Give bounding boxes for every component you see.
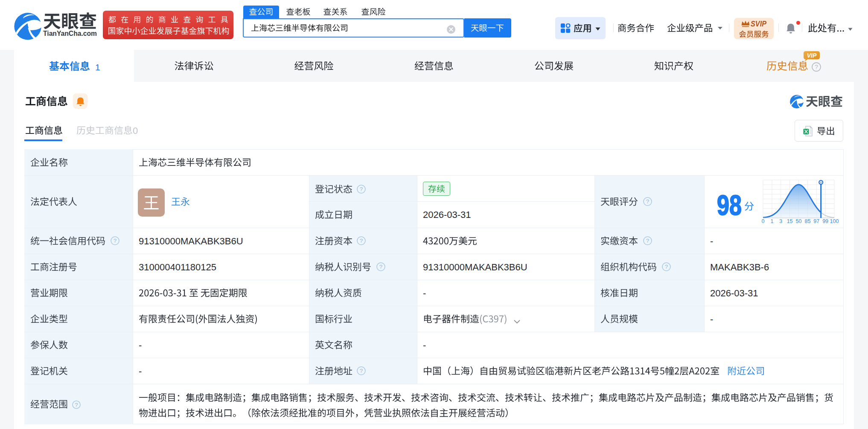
svg-text:15: 15 (787, 218, 793, 224)
svg-text:VIP: VIP (807, 52, 817, 59)
svg-text:?: ? (113, 238, 117, 244)
svg-text:?: ? (815, 64, 818, 70)
svg-text:?: ? (359, 238, 363, 244)
svg-text:?: ? (379, 264, 382, 270)
svg-text:85: 85 (804, 218, 810, 224)
svg-text:50: 50 (796, 218, 802, 224)
svg-text:?: ? (359, 186, 363, 192)
svg-text:99: 99 (822, 218, 828, 224)
svg-text:1: 1 (770, 218, 773, 224)
svg-text:97: 97 (813, 218, 819, 224)
svg-text:?: ? (75, 401, 78, 408)
svg-text:?: ? (664, 264, 668, 270)
svg-text:?: ? (646, 238, 649, 244)
svg-text:?: ? (359, 368, 363, 374)
svg-text:3: 3 (779, 218, 782, 224)
svg-text:100: 100 (830, 218, 839, 224)
svg-text:?: ? (646, 198, 649, 205)
svg-text:0: 0 (762, 218, 765, 224)
